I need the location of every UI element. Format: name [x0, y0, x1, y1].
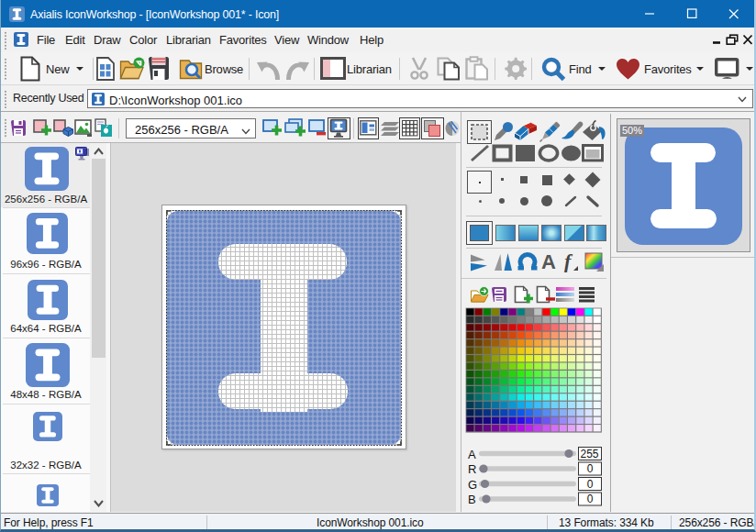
svg-text:0: 0 — [587, 478, 594, 491]
svg-text:A: A — [468, 448, 476, 461]
svg-text:255: 255 — [580, 448, 598, 460]
svg-text:G: G — [468, 478, 477, 492]
svg-text:0: 0 — [587, 462, 594, 475]
svg-text:0: 0 — [587, 493, 594, 505]
svg-text:R: R — [468, 462, 476, 476]
svg-text:B: B — [468, 493, 476, 506]
